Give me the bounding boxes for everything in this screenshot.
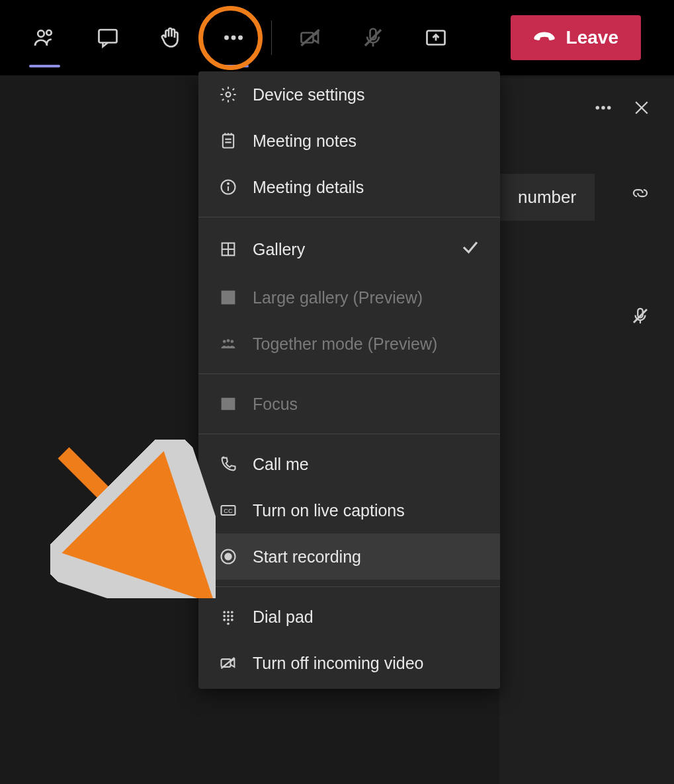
chat-icon [96,26,120,50]
svg-point-12 [601,106,605,110]
live-captions-item[interactable]: CC Turn on live captions [198,487,500,533]
phone-icon [218,454,238,474]
cc-icon: CC [218,500,238,520]
menu-label: Focus [253,395,298,414]
more-actions-button[interactable] [202,15,265,61]
leave-button[interactable]: Leave [511,15,641,60]
menu-label: Meeting notes [253,132,357,151]
svg-point-31 [223,340,226,343]
menu-label: Device settings [253,85,365,104]
svg-point-1 [46,30,52,36]
svg-point-22 [228,183,229,184]
together-icon [218,334,238,354]
menu-separator [198,373,500,374]
meeting-notes-item[interactable]: Meeting notes [198,118,500,164]
svg-point-47 [223,619,226,621]
ellipsis-icon [222,26,245,50]
camera-button[interactable] [278,15,341,61]
more-actions-menu: Device settings Meeting notes Meeting de… [198,71,500,689]
focus-item: Focus [198,381,500,427]
dial-pad-item[interactable]: Dial pad [198,594,500,640]
mic-button[interactable] [341,15,404,61]
notes-icon [218,131,238,151]
side-panel: number [499,78,674,784]
svg-line-53 [63,453,192,582]
focus-icon [218,394,238,414]
svg-rect-19 [223,135,233,148]
svg-rect-26 [222,292,235,304]
svg-rect-35 [224,401,230,405]
call-me-item[interactable]: Call me [198,441,500,487]
raise-hand-button[interactable] [139,15,202,61]
camera-off-icon [298,26,322,50]
info-icon [218,177,238,197]
device-settings-item[interactable]: Device settings [198,71,500,118]
svg-point-0 [38,30,44,37]
together-mode-item: Together mode (Preview) [198,321,500,367]
copy-link-button[interactable] [630,183,650,206]
svg-point-49 [231,619,233,621]
menu-label: Dial pad [253,608,314,627]
chat-button[interactable] [76,15,139,61]
check-icon [460,237,480,261]
people-icon [33,26,57,50]
large-gallery-item: Large gallery (Preview) [198,274,500,321]
participant-mic-off-icon[interactable] [630,306,650,329]
menu-label: Call me [253,455,309,474]
mic-off-icon [361,26,385,50]
panel-number-label: number [518,187,576,207]
gallery-icon [218,239,238,259]
annotation-arrow [50,440,216,598]
meeting-toolbar: Leave [0,0,674,75]
menu-label: Start recording [253,547,361,567]
turn-off-incoming-video-item[interactable]: Turn off incoming video [198,640,500,686]
menu-separator [198,217,500,217]
active-underline [218,65,249,67]
svg-point-45 [227,615,230,617]
toolbar-separator [271,20,272,55]
menu-label: Meeting details [253,178,364,197]
leave-label: Leave [566,27,618,48]
svg-point-3 [224,36,229,40]
start-recording-item[interactable]: Start recording [198,533,500,580]
svg-rect-51 [222,659,231,667]
svg-point-5 [238,36,243,40]
svg-point-33 [231,340,234,343]
svg-point-46 [231,615,233,617]
large-gallery-icon [218,288,238,307]
gear-icon [218,85,238,104]
svg-text:CC: CC [224,508,233,514]
panel-close-button[interactable] [632,98,652,120]
share-screen-button[interactable] [404,15,467,61]
hangup-icon [533,30,556,46]
close-icon [632,98,652,118]
panel-number-tab[interactable]: number [499,174,595,221]
svg-rect-2 [99,30,116,43]
svg-point-18 [226,93,231,97]
menu-separator [198,434,500,434]
share-icon [424,26,448,50]
panel-header [499,78,674,134]
menu-label: Turn off incoming video [253,654,423,673]
svg-point-32 [227,339,230,342]
menu-label: Gallery [253,240,305,259]
svg-point-48 [227,619,230,621]
svg-point-41 [223,611,226,613]
participants-button[interactable] [13,15,76,61]
svg-point-13 [607,106,611,110]
video-off-icon [218,653,238,673]
menu-label: Turn on live captions [253,501,405,520]
mic-off-icon [630,306,650,326]
svg-point-44 [223,615,226,617]
svg-point-4 [231,36,235,40]
link-icon [630,183,650,203]
hand-icon [159,26,183,50]
panel-more-button[interactable] [593,98,613,120]
svg-point-11 [596,106,600,110]
gallery-item[interactable]: Gallery [198,224,500,274]
svg-point-42 [227,611,230,613]
active-underline [29,65,61,67]
meeting-details-item[interactable]: Meeting details [198,164,500,210]
menu-label: Large gallery (Preview) [253,288,423,307]
ellipsis-icon [593,98,613,118]
